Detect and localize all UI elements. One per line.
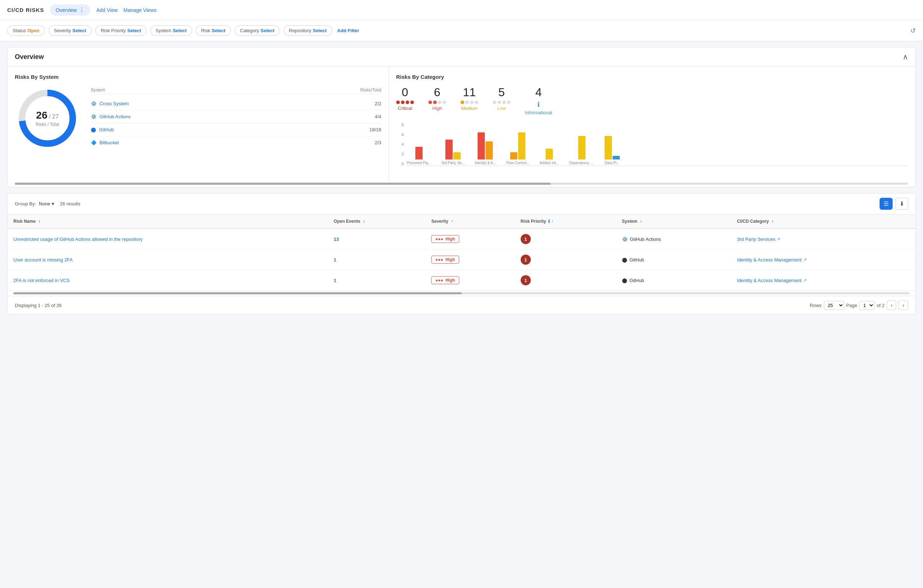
bitbucket-name[interactable]: 🔷 Bitbucket [91,140,119,146]
donut-chart: 26 / 27 Risks / Total [15,86,80,151]
medium-label[interactable]: Medium [461,106,478,111]
page-select[interactable]: 1 2 [859,301,875,310]
group-by-select[interactable]: None ▾ [39,201,54,206]
list-view-button[interactable]: ☰ [880,198,893,210]
priority-cell-2: 1 [515,249,616,270]
system-sort-icon[interactable]: ↕ [640,219,642,224]
brand-logo: CI/CD RISKS [7,7,44,13]
severity-cell-1: ●●● High [425,229,515,249]
open-events-cell-1: 13 [328,229,425,249]
risk-name-link-2[interactable]: User account is missing 2FA [13,257,73,262]
filter-bar: Status Open Severity Select Risk Priorit… [0,20,923,41]
bitbucket-count: 2/3 [375,140,381,146]
donut-label: 26 / 27 Risks / Total [36,110,59,127]
group-by-label: Group By: [15,201,36,206]
category-cell-1: 3rd Party Services ↗ [731,229,915,249]
bar-dependency-low [578,136,585,159]
info-label[interactable]: Informational [525,110,552,115]
risk-priority-filter-value: Select [127,28,141,33]
system-row-bitbucket: 🔷 Bitbucket 2/3 [91,136,381,149]
bar-label-poisoned: Poisoned Pip... [407,161,431,165]
category-sort-icon[interactable]: ↕ [771,219,774,224]
github-name[interactable]: ⬤ GitHub [91,127,113,133]
prev-page-button[interactable]: ‹ [887,300,897,310]
bar-3rdparty-high [445,139,453,159]
bar-label-artifact: Artifact Int... [539,161,558,165]
severity-badge-1: ●●● High [431,235,459,243]
bars-artifact [545,149,553,159]
repository-filter[interactable]: Repository Select [283,25,332,36]
table-scroll-indicator[interactable] [7,291,916,296]
group-by-value: None [39,201,50,206]
bar-chart-container: 8 6 4 2 0 Poisoned Pip... [396,123,908,173]
risk-filter[interactable]: Risk Select [196,25,231,36]
category-link-1[interactable]: 3rd Party Services ↗ [737,236,910,242]
overview-tab[interactable]: Overview ⋮ [50,4,90,16]
add-filter-button[interactable]: Add Filter [337,28,359,33]
col-category[interactable]: CI/CD Category ↕ [731,215,915,229]
col-severity[interactable]: Severity ↑ [425,215,515,229]
of-label: of 2 [877,303,885,308]
priority-sort-icon[interactable]: ↑ [552,219,553,224]
github-actions-name[interactable]: ⚙️ GitHub Actions [91,114,131,120]
github-icon-3: ⬤ [622,278,627,283]
tab-menu-icon[interactable]: ⋮ [79,7,85,13]
risks-table: Risk Name ↕ Open Events ↕ Severity ↑ Ris… [7,215,916,291]
scroll-indicator[interactable] [8,180,915,187]
category-filter-label: Category [240,28,259,33]
risk-name-sort-icon[interactable]: ↕ [38,219,41,224]
bar-group-data: Data Pr... [604,136,620,165]
table-body: Unrestricted usage of GitHub Actions all… [8,229,916,291]
results-bar: Group By: None ▾ 26 results ☰ ⬇ [7,193,916,215]
bar-group-flow: Flow Control... [506,133,529,165]
table-header: Risk Name ↕ Open Events ↕ Severity ↑ Ris… [8,215,916,229]
severity-sort-icon[interactable]: ↑ [451,219,453,224]
risk-priority-filter[interactable]: Risk Priority Select [95,25,146,36]
status-filter[interactable]: Status Open [7,25,45,36]
open-events-sort-icon[interactable]: ↕ [363,219,365,224]
export-button[interactable]: ⬇ [895,198,908,210]
system-col-header: System [91,87,105,93]
dot-4 [410,100,414,104]
critical-label[interactable]: Critical [397,106,412,111]
github-icon-2: ⬤ [622,257,627,262]
col-risk-name[interactable]: Risk Name ↕ [8,215,328,229]
severity-filter[interactable]: Severity Select [48,25,92,36]
priority-badge-1: 1 [521,234,531,244]
bars-poisoned [416,147,423,159]
dot-m1 [461,100,464,104]
col-risk-priority[interactable]: Risk Priority ℹ↑ [515,215,616,229]
category-filter-value: Select [261,28,274,33]
cross-system-name[interactable]: ⚙️ Cross System [91,101,129,106]
reset-filters-button[interactable]: ↺ [910,27,916,35]
rows-dropdown[interactable]: 25 50 100 [824,301,844,310]
risk-name-cell-2: User account is missing 2FA [8,249,328,270]
col-system[interactable]: System ↕ [616,215,731,229]
low-label[interactable]: Low [497,106,506,111]
open-events-val-3[interactable]: 1 [333,278,336,283]
category-filter[interactable]: Category Select [235,25,280,36]
high-label[interactable]: High [432,106,442,111]
risk-name-cell-1: Unrestricted usage of GitHub Actions all… [8,229,328,249]
system-row-github: ⬤ GitHub 18/18 [91,123,381,136]
charts-row: Risks By System 26 / 27 Risks / Total [8,67,915,180]
info-dots: ℹ [537,100,540,108]
collapse-overview-button[interactable]: ∧ [903,52,908,61]
category-link-2[interactable]: Identity & Access Management ↗ [737,257,910,262]
dot-l3 [502,100,506,104]
next-page-button[interactable]: › [898,300,908,310]
risk-name-link-3[interactable]: 2FA is not enforced in VCS [13,278,69,283]
risk-name-link-1[interactable]: Unrestricted usage of GitHub Actions all… [13,236,143,242]
col-open-events[interactable]: Open Events ↕ [328,215,425,229]
open-events-val-1[interactable]: 13 [333,236,339,242]
category-link-3[interactable]: Identity & Access Management ↗ [737,278,910,283]
bar-flow-low [518,133,526,159]
y-axis: 8 6 4 2 0 [396,123,405,166]
add-view-button[interactable]: Add View [96,7,118,13]
manage-views-button[interactable]: Manage Views [123,7,157,13]
external-icon-1: ↗ [777,237,780,242]
system-filter[interactable]: System Select [150,25,192,36]
dot-h3 [438,100,442,104]
display-text: Displaying 1 - 25 of 26 [15,303,61,308]
open-events-val-2[interactable]: 1 [333,257,336,262]
